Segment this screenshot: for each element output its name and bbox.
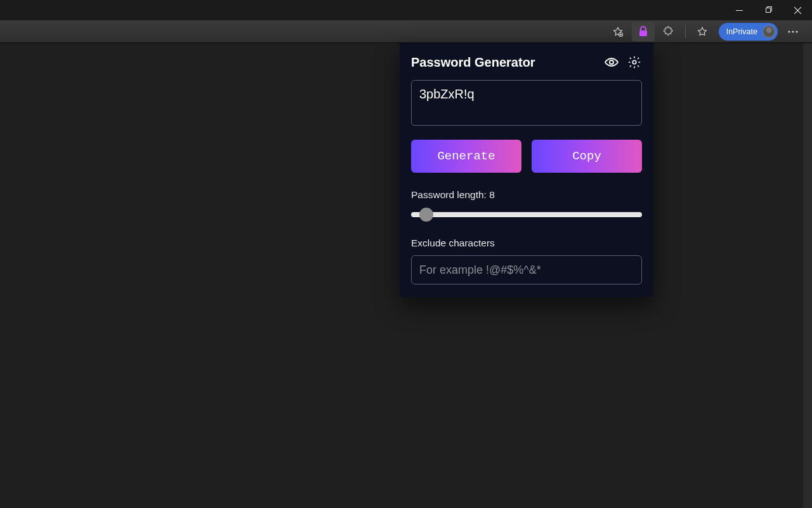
- svg-point-8: [788, 30, 790, 32]
- copy-button[interactable]: Copy: [532, 140, 642, 173]
- inprivate-indicator[interactable]: InPrivate: [719, 23, 778, 41]
- favorites-star-icon[interactable]: [691, 22, 714, 41]
- password-generator-popup: Password Generator 3pbZxR!q: [400, 43, 653, 297]
- settings-gear-icon[interactable]: [627, 55, 642, 70]
- svg-point-12: [632, 60, 636, 64]
- popup-header-icons: [604, 55, 642, 70]
- popup-title: Password Generator: [411, 55, 535, 70]
- popup-header: Password Generator: [411, 55, 642, 70]
- password-length-label: Password length: 8: [411, 189, 642, 201]
- generated-password-value: 3pbZxR!q: [419, 87, 475, 101]
- slider-track: [411, 212, 642, 217]
- more-menu-icon[interactable]: [782, 22, 804, 41]
- generated-password-field[interactable]: 3pbZxR!q: [411, 80, 642, 126]
- extensions-puzzle-icon[interactable]: [657, 22, 680, 41]
- window-titlebar: [0, 0, 812, 20]
- window-close-button[interactable]: [783, 0, 812, 20]
- button-row: Generate Copy: [411, 140, 642, 173]
- svg-rect-0: [736, 10, 743, 11]
- toolbar-right-group: InPrivate: [604, 20, 807, 43]
- svg-point-10: [796, 30, 797, 32]
- vertical-scrollbar[interactable]: [803, 43, 812, 508]
- window-minimize-button[interactable]: [724, 0, 754, 20]
- window-restore-button[interactable]: [754, 0, 783, 20]
- password-length-value: 8: [489, 189, 495, 200]
- visibility-toggle-icon[interactable]: [604, 55, 619, 70]
- slider-thumb[interactable]: [419, 208, 433, 222]
- svg-rect-1: [766, 8, 771, 13]
- favorite-add-icon[interactable]: [606, 22, 629, 41]
- svg-rect-7: [639, 30, 647, 36]
- exclude-characters-input[interactable]: [411, 255, 642, 284]
- inprivate-label: InPrivate: [726, 27, 757, 36]
- svg-point-11: [610, 60, 613, 64]
- extension-password-generator-icon[interactable]: [632, 22, 655, 41]
- toolbar-separator: [685, 25, 686, 38]
- svg-point-9: [792, 30, 794, 32]
- exclude-characters-label: Exclude characters: [411, 237, 642, 249]
- profile-avatar-icon: [763, 25, 775, 38]
- page-content-area: Password Generator 3pbZxR!q: [0, 43, 812, 508]
- generate-button[interactable]: Generate: [411, 140, 521, 173]
- password-length-slider[interactable]: [411, 207, 642, 222]
- browser-toolbar: InPrivate: [0, 20, 812, 43]
